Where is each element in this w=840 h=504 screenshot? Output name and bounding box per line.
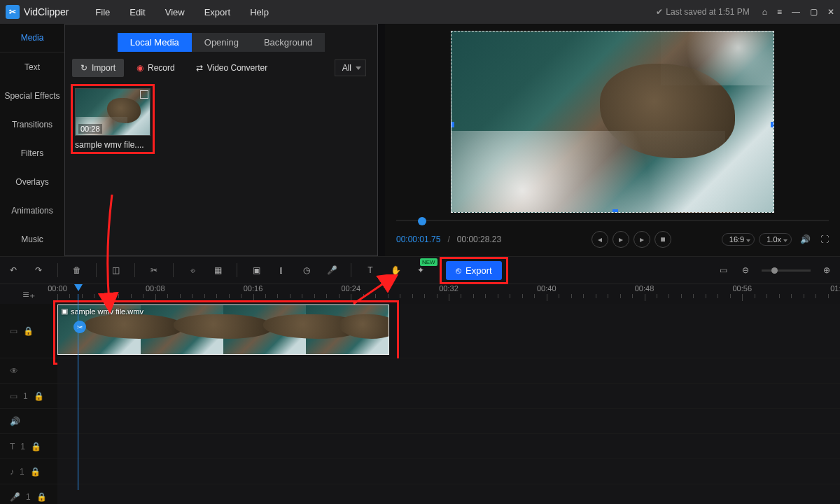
left-tab-column: Media Text Special Effects Transitions F… (0, 24, 64, 256)
crop-icon[interactable]: ◫ (109, 265, 122, 275)
tab-overlays[interactable]: Overlays (0, 167, 64, 196)
lock-icon[interactable]: 🔒 (34, 391, 44, 401)
overlay-track-a[interactable] (57, 358, 840, 383)
tab-animations[interactable]: Animations (0, 196, 64, 225)
ruler-label: 00:24 (341, 284, 360, 293)
preview-scrubber[interactable] (396, 216, 829, 225)
export-label: Export (465, 265, 492, 276)
timeline-clip-label: sample wmv file.wmv (71, 307, 144, 316)
converter-button[interactable]: ⇄ Video Converter (188, 59, 276, 77)
ruler-label: 01:04 (830, 284, 840, 293)
ruler-label: 00:32 (439, 284, 458, 293)
window-close-icon[interactable]: ✕ (827, 7, 834, 17)
text-track[interactable] (57, 434, 840, 458)
zoom-out-icon[interactable]: ⊖ (739, 265, 752, 275)
zoom-frame-icon[interactable]: ▣ (250, 265, 262, 275)
lock-icon[interactable]: 🔒 (30, 467, 41, 477)
voice-track[interactable] (57, 484, 840, 504)
text-to-speech-icon[interactable]: T (364, 265, 377, 275)
lock-icon[interactable]: 🔒 (23, 326, 34, 336)
export-button[interactable]: ⎋ Export (446, 261, 502, 280)
music-track[interactable] (57, 459, 840, 484)
prev-frame-button[interactable]: ◂ (592, 231, 608, 248)
export-icon: ⎋ (456, 265, 461, 276)
subtab-local[interactable]: Local Media (118, 33, 192, 52)
timeline-ruler[interactable]: 00:0000:0800:1600:2400:3200:4000:4800:56… (57, 284, 840, 304)
undo-icon[interactable]: ↶ (7, 265, 20, 275)
redo-icon[interactable]: ↷ (32, 265, 45, 275)
media-panel: Local Media Opening Background ↻ Import … (64, 24, 378, 256)
volume-icon[interactable]: 🔊 (800, 234, 811, 244)
tab-filters[interactable]: Filters (0, 139, 64, 167)
voice-track-icon: 🎤 (10, 492, 20, 502)
media-clip[interactable]: 00:28 sample wmv file.... (71, 84, 155, 154)
clock-icon[interactable]: ◷ (300, 265, 313, 275)
speed-dropdown[interactable]: 1.0x (759, 233, 792, 246)
ai-tool-icon[interactable]: ✦ NEW (414, 265, 427, 275)
video-track[interactable]: ▣sample wmv file.wmv ✂ (57, 304, 840, 358)
preview-pane: 00:00:01.75 / 00:00:28.23 ◂ ▸ ▸ ■ 16:9 1… (385, 24, 840, 256)
window-minimize-icon[interactable]: — (792, 7, 800, 17)
ruler-label: 00:40 (537, 284, 556, 293)
eye-icon[interactable]: 👁 (10, 366, 18, 376)
split-icon[interactable]: ✂ (148, 265, 160, 275)
tab-transitions[interactable]: Transitions (0, 110, 64, 139)
preview-canvas[interactable] (451, 31, 774, 213)
export-highlight: ⎋ Export (440, 257, 508, 284)
menu-help[interactable]: Help (240, 7, 279, 18)
tab-effects[interactable]: Special Effects (0, 81, 64, 110)
speaker-icon[interactable]: 🔊 (10, 416, 20, 426)
music-track-icon: ♪ (10, 467, 14, 477)
mic-icon[interactable]: 🎤 (326, 265, 338, 275)
menu-edit[interactable]: Edit (120, 7, 155, 18)
overlay-track-icon: ▭ (10, 391, 18, 401)
import-button[interactable]: ↻ Import (72, 59, 124, 77)
check-icon: ✔ (656, 7, 663, 17)
record-button[interactable]: ◉ Record (128, 59, 183, 77)
preview-time-total: 00:00:28.23 (457, 234, 501, 244)
window-maximize-icon[interactable]: ▢ (810, 7, 818, 17)
delete-icon[interactable]: 🗑 (71, 265, 83, 275)
track-index: 1 (23, 391, 28, 401)
zoom-slider[interactable] (762, 270, 811, 272)
filter-dropdown[interactable]: All (335, 59, 366, 76)
timeline-tracks: ▭ 🔒 ▣sample wmv file.wmv ✂ 👁 ▭ 1 🔒 🔊 (0, 304, 840, 504)
scissors-badge-icon: ✂ (74, 321, 86, 333)
track-index: 1 (26, 492, 31, 502)
record-icon: ◉ (136, 63, 144, 73)
film-icon: ▣ (61, 307, 68, 316)
refresh-icon: ↻ (80, 63, 88, 73)
lock-icon[interactable]: 🔒 (31, 442, 41, 451)
next-frame-button[interactable]: ▸ (634, 231, 650, 248)
menu-file[interactable]: File (85, 7, 120, 18)
hamburger-icon[interactable]: ≡ (777, 7, 782, 17)
clip-duration: 00:28 (78, 124, 102, 134)
stop-button[interactable]: ■ (654, 231, 671, 248)
tab-music[interactable]: Music (0, 225, 64, 253)
track-menu-icon[interactable]: ≡₊ (22, 288, 34, 301)
overlay-track[interactable] (57, 384, 840, 408)
stats-icon[interactable]: ⫿ (275, 265, 288, 275)
mosaic-icon[interactable]: ▦ (211, 265, 224, 275)
ruler-label: 00:00 (48, 284, 67, 293)
speech-to-text-icon[interactable]: ✋ (389, 265, 402, 275)
fullscreen-icon[interactable]: ⛶ (820, 234, 829, 244)
play-button[interactable]: ▸ (612, 231, 629, 248)
ruler-label: 00:16 (244, 284, 263, 293)
app-logo-icon: ✂ (6, 5, 20, 19)
menu-export[interactable]: Export (195, 7, 241, 18)
trim-icon[interactable]: ⟐ (186, 265, 199, 275)
audio-sub-track[interactable] (57, 409, 840, 433)
subtab-background[interactable]: Background (251, 33, 325, 52)
tab-text[interactable]: Text (0, 52, 64, 81)
timeline-clip[interactable]: ▣sample wmv file.wmv ✂ (57, 304, 389, 355)
aspect-dropdown[interactable]: 16:9 (722, 233, 755, 246)
lock-icon[interactable]: 🔒 (36, 492, 47, 502)
subtab-opening[interactable]: Opening (192, 33, 251, 52)
tab-media[interactable]: Media (0, 24, 64, 52)
zoom-in-icon[interactable]: ⊕ (820, 265, 833, 275)
snapshot-icon[interactable]: ▭ (717, 265, 729, 275)
save-status-text: Last saved at 1:51 PM (666, 7, 749, 17)
menu-view[interactable]: View (155, 7, 195, 18)
home-icon[interactable]: ⌂ (762, 7, 767, 17)
